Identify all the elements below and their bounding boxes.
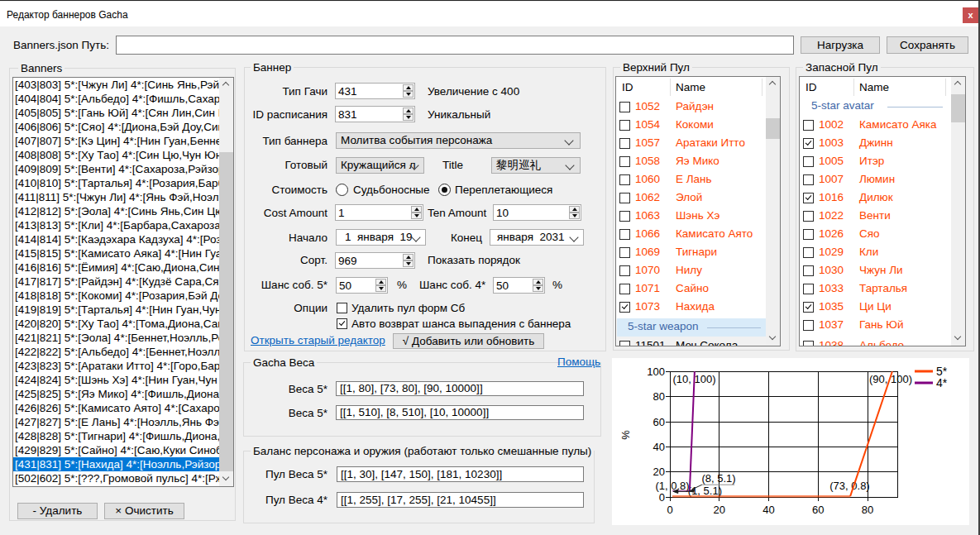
svg-text:0: 0 (667, 504, 672, 516)
svg-text:4*: 4* (936, 376, 948, 389)
svg-text:%: % (619, 430, 632, 440)
svg-text:0: 0 (659, 491, 665, 504)
svg-text:(73, 0.8): (73, 0.8) (829, 480, 869, 492)
svg-text:20: 20 (714, 504, 725, 516)
svg-text:20: 20 (653, 466, 665, 478)
svg-text:60: 60 (812, 504, 824, 516)
svg-text:40: 40 (653, 441, 665, 453)
svg-text:80: 80 (862, 504, 873, 516)
svg-text:100: 100 (647, 365, 665, 378)
svg-text:(8, 5.1): (8, 5.1) (701, 472, 735, 485)
svg-text:80: 80 (653, 390, 665, 403)
svg-text:40: 40 (762, 504, 774, 516)
svg-text:(1, 0.8): (1, 0.8) (655, 480, 689, 492)
svg-text:60: 60 (653, 416, 665, 428)
